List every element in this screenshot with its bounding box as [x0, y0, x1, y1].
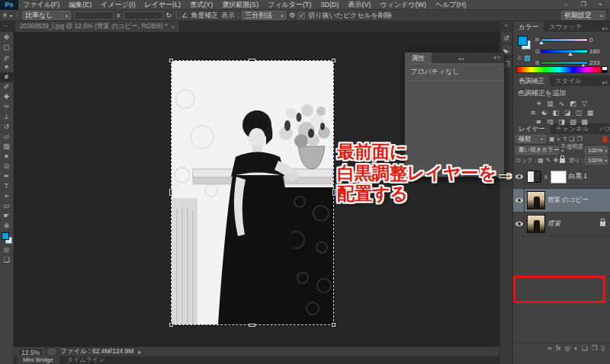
- opacity-field[interactable]: 100%▾: [585, 146, 608, 155]
- zoom-tool[interactable]: ⊕: [0, 221, 14, 231]
- shape-tool[interactable]: ▭: [0, 201, 14, 211]
- fill-field[interactable]: 100%▾: [585, 156, 608, 164]
- lasso-tool[interactable]: ℘: [0, 53, 14, 62]
- photo-filter-icon[interactable]: ◪: [563, 108, 572, 117]
- layer-row[interactable]: 背景: [513, 212, 610, 236]
- visibility-toggle[interactable]: [515, 165, 525, 189]
- delete-layer-icon[interactable]: ▯: [601, 343, 605, 353]
- visibility-toggle[interactable]: [515, 212, 525, 236]
- quick-mask-button[interactable]: ◎: [0, 245, 14, 255]
- layer-name[interactable]: 白黒 1: [569, 172, 587, 181]
- lock-all-icon[interactable]: [560, 158, 565, 163]
- slider-knob[interactable]: [539, 41, 544, 44]
- link-layers-icon[interactable]: ∞: [547, 343, 552, 353]
- color-spectrum-bar[interactable]: [516, 66, 602, 73]
- lock-move-icon[interactable]: ✥: [553, 156, 558, 165]
- marquee-tool[interactable]: ▢: [0, 43, 14, 53]
- path-selection-tool[interactable]: ➢: [0, 191, 14, 201]
- panel-collapse-icon[interactable]: ◂◂: [458, 56, 467, 61]
- crop-tool-icon[interactable]: #: [3, 11, 7, 19]
- green-value[interactable]: 160: [589, 48, 608, 55]
- layer-thumbnail[interactable]: [527, 191, 545, 209]
- blend-mode-dropdown[interactable]: 覆い焼きカラー▾: [515, 146, 559, 155]
- menu-item[interactable]: 選択範囲(S): [217, 0, 263, 10]
- tab-swatches[interactable]: スウォッチ: [544, 21, 588, 32]
- red-value[interactable]: 0: [589, 37, 608, 43]
- close-button[interactable]: ×: [592, 0, 608, 9]
- green-slider[interactable]: [541, 49, 588, 53]
- crop-height-field[interactable]: [124, 11, 163, 20]
- curves-icon[interactable]: ∿: [557, 99, 567, 108]
- layer-row[interactable]: 背景 のコピー: [513, 189, 610, 212]
- workspace-dropdown[interactable]: 初期設定▾: [561, 11, 605, 20]
- lock-transparency-icon[interactable]: ▦: [538, 156, 544, 165]
- photo-document[interactable]: [172, 61, 333, 324]
- brush-tool[interactable]: ✑: [0, 102, 14, 112]
- status-expand-icon[interactable]: ▸: [138, 348, 141, 356]
- blur-tool[interactable]: ●: [0, 152, 14, 161]
- layer-mask-thumbnail[interactable]: [551, 171, 567, 184]
- minimize-button[interactable]: –: [558, 0, 575, 9]
- toolbar-collapse-icon[interactable]: ⇔: [2, 22, 8, 29]
- brightness-contrast-icon[interactable]: ☀: [535, 99, 544, 108]
- crop-handle[interactable]: [169, 59, 173, 62]
- tab-adjustments[interactable]: 色調補正: [513, 75, 550, 86]
- adjustment-layer-thumbnail[interactable]: [527, 171, 541, 183]
- tool-preset-arrow-icon[interactable]: ▾: [10, 13, 12, 18]
- new-layer-icon[interactable]: ❐: [592, 343, 598, 353]
- menu-item[interactable]: ウィンドウ(W): [375, 0, 431, 10]
- menu-item[interactable]: フィルター(T): [263, 0, 316, 10]
- dodge-tool[interactable]: ⊙: [0, 161, 14, 171]
- layer-thumbnail[interactable]: [527, 215, 545, 233]
- black-white-icon[interactable]: ◧: [551, 108, 560, 117]
- eyedropper-tool[interactable]: ✐: [0, 82, 14, 92]
- crop-overlay-dropdown[interactable]: 三分割法▾: [242, 11, 286, 20]
- tab-layers[interactable]: レイヤー: [513, 123, 551, 134]
- slider-knob[interactable]: [568, 53, 573, 56]
- add-mask-icon[interactable]: ◎: [565, 343, 570, 353]
- filter-image-icon[interactable]: ▣: [549, 135, 555, 144]
- history-panel-icon[interactable]: ↺: [501, 31, 512, 43]
- type-tool[interactable]: T: [0, 181, 14, 191]
- history-brush-tool[interactable]: ↺: [0, 122, 14, 132]
- tab-styles[interactable]: スタイル: [550, 75, 587, 86]
- layer-effects-icon[interactable]: fx: [556, 343, 561, 353]
- filter-type-dropdown[interactable]: 種類▾: [515, 135, 546, 143]
- screen-mode-button[interactable]: ❑: [0, 255, 14, 265]
- red-slider[interactable]: [541, 38, 588, 42]
- lock-paint-icon[interactable]: ✎: [546, 156, 551, 165]
- crop-width-field[interactable]: [74, 11, 114, 20]
- delete-cropped-pixels-checkbox[interactable]: ✓: [298, 12, 305, 19]
- group-icon[interactable]: ❏: [582, 343, 588, 353]
- layer-name[interactable]: 背景: [547, 219, 560, 228]
- exposure-icon[interactable]: ◩: [569, 99, 578, 108]
- swap-values-icon[interactable]: ↻: [166, 11, 172, 19]
- straighten-icon[interactable]: ∠: [181, 11, 188, 19]
- crop-ratio-dropdown[interactable]: 比率なし▾: [22, 11, 71, 20]
- hue-saturation-icon[interactable]: ≋: [528, 108, 538, 117]
- menu-item[interactable]: 表示(V): [343, 0, 375, 10]
- foreground-color-chip[interactable]: [518, 36, 528, 46]
- channel-mixer-icon[interactable]: ◫: [574, 108, 583, 117]
- menu-item[interactable]: 書式(Y): [185, 0, 217, 10]
- panel-menu-icon[interactable]: ▾≡: [493, 55, 504, 61]
- new-adjustment-icon[interactable]: ◐: [574, 343, 578, 353]
- healing-brush-tool[interactable]: ✚: [0, 92, 14, 102]
- color-swatches[interactable]: [0, 231, 14, 245]
- tab-paths[interactable]: パス: [594, 123, 610, 134]
- crop-handle[interactable]: [332, 323, 336, 327]
- color-lookup-icon[interactable]: ▦: [586, 108, 595, 117]
- pen-tool[interactable]: ✒: [0, 171, 14, 181]
- crop-handle[interactable]: [332, 59, 336, 62]
- layer-row[interactable]: 8 白黒 1: [513, 165, 610, 189]
- panel-menu-icon[interactable]: ▾≡: [602, 80, 610, 86]
- zoom-level-field[interactable]: 12.5%: [18, 348, 43, 356]
- move-tool[interactable]: ✥: [0, 33, 14, 43]
- crop-handle[interactable]: [169, 189, 172, 196]
- quick-selection-tool[interactable]: ✦: [0, 62, 14, 72]
- levels-icon[interactable]: ▥: [546, 99, 555, 108]
- blue-value[interactable]: 233: [589, 59, 608, 66]
- gamut-warning-icon[interactable]: ⚠: [517, 55, 522, 61]
- filter-toggle-switch[interactable]: [602, 136, 608, 143]
- document-tab[interactable]: 20368539_l.jpg @ 12.5% (背景 のコピー, RGB/8) …: [15, 21, 180, 32]
